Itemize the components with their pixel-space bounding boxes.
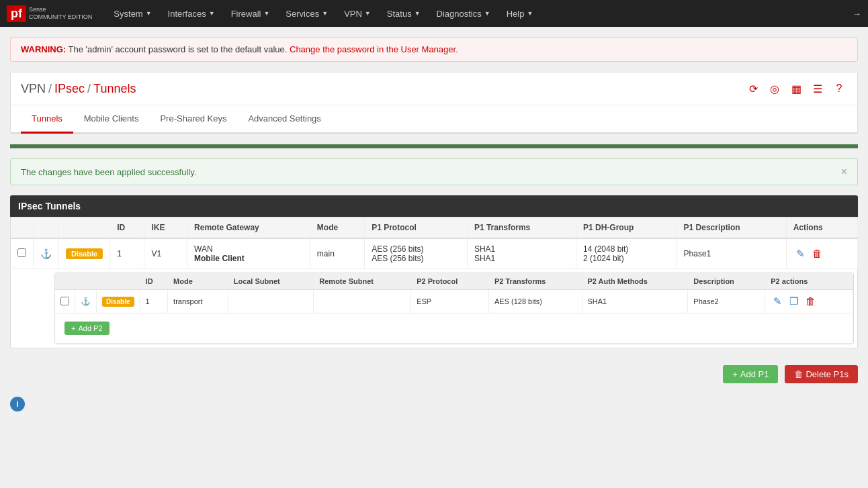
nav-item-system[interactable]: System ▼ [105, 0, 159, 27]
remote-gateway-line2: Mobile Client [194, 254, 303, 263]
p2-checkbox[interactable] [60, 297, 69, 305]
tab-advanced-settings[interactable]: Advanced Settings [237, 105, 331, 134]
delete-p1-button[interactable]: 🗑 [810, 246, 825, 260]
disable-badge[interactable]: Disable [66, 248, 103, 259]
help-icon[interactable]: ? [831, 81, 847, 97]
p2-checkbox-cell [55, 290, 75, 313]
th-disable [59, 217, 110, 239]
breadcrumb-tunnels[interactable]: Tunnels [93, 82, 136, 96]
phase2-row: ⚓ Disable 1 transport ESP [55, 290, 853, 313]
row-p1-dh-group-cell: 14 (2048 bit) 2 (1024 bit) [576, 238, 677, 269]
warning-label: WARNING: [21, 44, 66, 54]
copy-p2-button[interactable]: ❐ [787, 294, 801, 309]
add-p1-label: Add P1 [740, 369, 769, 379]
th-remote-gateway: Remote Gateway [187, 217, 310, 239]
row-ike-cell: V1 [144, 238, 187, 269]
nav-item-interfaces[interactable]: Interfaces ▼ [160, 0, 223, 27]
th-id: ID [110, 217, 144, 239]
list-icon[interactable]: ☰ [810, 81, 826, 97]
tab-mobile-clients[interactable]: Mobile Clients [73, 105, 150, 134]
reload-icon[interactable]: ⟳ [745, 81, 761, 97]
p2-mode-cell: transport [168, 290, 228, 313]
table-row: ⚓ Disable 1 V1 WAN Mobile Client main AE… [11, 238, 858, 269]
row-checkbox[interactable] [17, 248, 26, 257]
row-disable-cell: Disable [59, 238, 110, 269]
nav-item-services[interactable]: Services ▼ [277, 0, 336, 27]
p2-disable-cell: Disable [97, 290, 140, 313]
brand-logo[interactable]: pf SenseCOMMUNITY EDITION [7, 5, 92, 22]
nav-logout[interactable]: → [853, 9, 861, 19]
p2-local-subnet-cell [228, 290, 314, 313]
row-id-cell: 1 [110, 238, 144, 269]
p2-th-protocol: P2 Protocol [411, 273, 489, 290]
p2-th-auth-methods: P2 Auth Methods [582, 273, 688, 290]
nav-item-firewall[interactable]: Firewall ▼ [223, 0, 278, 27]
trash-icon: 🗑 [794, 369, 803, 379]
th-p1-description: P1 Description [677, 217, 786, 239]
phase2-wrapper: ID Mode Local Subnet Remote Subnet P2 Pr… [54, 273, 854, 344]
tab-tunnels[interactable]: Tunnels [21, 105, 73, 134]
p2-transforms-cell: AES (128 bits) [488, 290, 582, 313]
bottom-actions: + Add P1 🗑 Delete P1s [0, 358, 868, 390]
warning-text: The 'admin' account password is set to t… [69, 44, 290, 54]
ipsec-tunnels-section: IPsec Tunnels ID IKE Remote Gateway Mode… [10, 195, 858, 348]
logo-text: SenseCOMMUNITY EDITION [29, 6, 92, 21]
edit-p2-button[interactable]: ✎ [771, 294, 785, 309]
add-p2-label: Add P2 [78, 324, 102, 332]
table-header-row: ID IKE Remote Gateway Mode P1 Protocol P… [11, 217, 858, 239]
th-mode: Mode [310, 217, 364, 239]
row-p1-protocol-cell: AES (256 bits) AES (256 bits) [365, 238, 468, 269]
p1-transforms-line1: SHA1 [474, 244, 569, 254]
delete-p1s-label: Delete P1s [806, 369, 849, 379]
row-p1-transforms-cell: SHA1 SHA1 [467, 238, 576, 269]
p2-th-remote-subnet: Remote Subnet [314, 273, 411, 290]
p2-th-transforms: P2 Transforms [488, 273, 582, 290]
add-p2-button[interactable]: + Add P2 [64, 322, 110, 335]
edit-p1-button[interactable]: ✎ [793, 246, 808, 261]
row-actions-cell: ✎ 🗑 [786, 238, 857, 269]
close-icon[interactable]: × [841, 166, 847, 178]
nav-item-diagnostics[interactable]: Diagnostics ▼ [429, 0, 498, 27]
p2-th-mode: Mode [168, 273, 228, 290]
p2-th-checkbox [55, 273, 75, 290]
p2-anchor-icon: ⚓ [81, 297, 91, 306]
remote-gateway-line1: WAN [194, 244, 303, 254]
table-title: IPsec Tunnels [10, 195, 858, 217]
success-message: The changes have been applied successful… [10, 158, 858, 185]
circle-icon[interactable]: ◎ [767, 81, 783, 97]
breadcrumb-vpn[interactable]: VPN [21, 82, 46, 96]
th-p1-protocol: P1 Protocol [365, 217, 468, 239]
nav-item-status[interactable]: Status ▼ [379, 0, 429, 27]
phase2-inner-row: ID Mode Local Subnet Remote Subnet P2 Pr… [11, 269, 858, 348]
delete-p2-button[interactable]: 🗑 [803, 294, 818, 308]
p1-dh-group-line2: 2 (1024 bit) [583, 254, 670, 263]
header-icons: ⟳ ◎ ▦ ☰ ? [745, 81, 847, 97]
chart-icon[interactable]: ▦ [788, 81, 804, 97]
p2-th-id: ID [140, 273, 168, 290]
nav-item-vpn[interactable]: VPN ▼ [336, 0, 379, 27]
p1-protocol-line1: AES (256 bits) [372, 244, 460, 254]
anchor-icon: ⚓ [40, 248, 52, 259]
page-header: VPN / IPsec / Tunnels ⟳ ◎ ▦ ☰ ? [11, 72, 857, 105]
tunnels-table: ID IKE Remote Gateway Mode P1 Protocol P… [10, 217, 858, 348]
th-ike: IKE [144, 217, 187, 239]
th-actions: Actions [786, 217, 857, 239]
tab-pre-shared-keys[interactable]: Pre-Shared Keys [149, 105, 237, 134]
p1-dh-group-line1: 14 (2048 bit) [583, 244, 670, 254]
th-checkbox [11, 217, 34, 239]
delete-p1s-button[interactable]: 🗑 Delete P1s [785, 365, 858, 383]
breadcrumb-ipsec[interactable]: IPsec [54, 82, 85, 96]
p2-th-anchor [75, 273, 97, 290]
p2-th-local-subnet: Local Subnet [228, 273, 314, 290]
tab-bar: Tunnels Mobile Clients Pre-Shared Keys A… [11, 105, 857, 134]
add-p2-row: + Add P2 [55, 313, 853, 344]
warning-banner: WARNING: The 'admin' account password is… [10, 37, 858, 62]
p2-id-cell: 1 [140, 290, 168, 313]
navbar: pf SenseCOMMUNITY EDITION System ▼ Inter… [0, 0, 868, 27]
info-icon[interactable]: i [10, 397, 25, 411]
warning-link[interactable]: Change the password in the User Manager. [290, 44, 458, 54]
add-p1-button[interactable]: + Add P1 [723, 365, 778, 383]
p2-disable-badge[interactable]: Disable [102, 297, 134, 307]
nav-item-help[interactable]: Help ▼ [498, 0, 541, 27]
p2-remote-subnet-cell [314, 290, 411, 313]
